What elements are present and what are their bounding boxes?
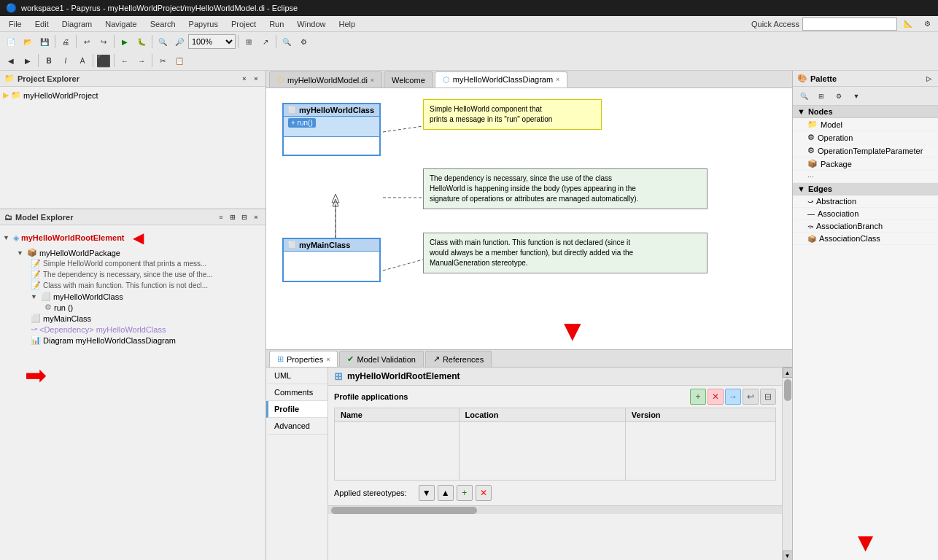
palette-misc-btn[interactable]: ▼ xyxy=(848,88,864,104)
new-btn[interactable]: 📄 xyxy=(3,34,19,50)
settings-btn[interactable]: ⚙ xyxy=(295,34,311,50)
model-item-mainclass[interactable]: ⬜ myMainClass xyxy=(3,313,263,324)
me-btn3[interactable]: ⊟ xyxy=(239,212,249,222)
menu-file[interactable]: File xyxy=(3,18,28,30)
save-btn[interactable]: 💾 xyxy=(36,34,53,50)
palette-item-package[interactable]: 📦 Package xyxy=(793,158,938,171)
fwd-btn[interactable]: ▶ xyxy=(20,52,36,69)
stereo-up-btn[interactable]: ▲ xyxy=(438,485,454,501)
tab-welcome[interactable]: Welcome xyxy=(384,71,433,88)
props-tab-comments[interactable]: Comments xyxy=(266,384,327,401)
run-btn[interactable]: ▶ xyxy=(117,34,133,50)
tab-validation[interactable]: ✔ Model Validation xyxy=(339,351,424,367)
palette-item-association[interactable]: — Association xyxy=(793,208,938,220)
v-scroll-up[interactable]: ▲ xyxy=(783,368,793,378)
back-btn[interactable]: ◀ xyxy=(3,52,19,69)
move-left-profile-btn[interactable]: ↩ xyxy=(743,389,759,405)
model-item-comment2[interactable]: 📝 The dependency is necessary, since the… xyxy=(3,269,263,280)
bold-btn[interactable]: B xyxy=(41,52,57,69)
print-btn[interactable]: 🖨 xyxy=(58,34,74,50)
menu-search[interactable]: Search xyxy=(144,18,182,30)
quick-access-input[interactable] xyxy=(802,18,897,31)
menu-run[interactable]: Run xyxy=(263,18,290,30)
palette-section-edges[interactable]: ▼ Edges xyxy=(793,183,938,195)
model-item-diagram[interactable]: 📊 Diagram myHelloWorldClassDiagram xyxy=(3,335,263,346)
props-close[interactable]: × xyxy=(326,356,330,363)
zoom-select[interactable]: 100% xyxy=(188,34,236,49)
perspective-btn2[interactable]: ⚙ xyxy=(919,16,935,32)
menu-papyrus[interactable]: Papyrus xyxy=(183,18,224,30)
model-item-comment3[interactable]: 📝 Class with main function. This functio… xyxy=(3,280,263,291)
model-item-root[interactable]: ▼ ◈ myHelloWorldRootElement ◀ xyxy=(3,228,263,247)
add-profile-btn[interactable]: + xyxy=(690,389,706,405)
palette-item-model[interactable]: 📁 Model xyxy=(793,118,938,131)
undo-btn[interactable]: ↩ xyxy=(79,34,95,50)
zoom-out-btn[interactable]: 🔍 xyxy=(155,34,171,50)
misc-btn1[interactable]: ✂ xyxy=(155,52,171,69)
tab-diagram[interactable]: ⬡ myHelloWorldClassDiagram × xyxy=(435,71,568,88)
props-v-scrollbar[interactable]: ▲ ▼ xyxy=(782,368,792,560)
redo-btn[interactable]: ↪ xyxy=(96,34,112,50)
nav-fwd-btn[interactable]: → xyxy=(133,52,150,69)
misc-btn2[interactable]: 📋 xyxy=(171,52,187,69)
palette-item-assoc-class[interactable]: 📦 AssociationClass xyxy=(793,233,938,245)
me-close-btn[interactable]: × xyxy=(251,212,261,222)
palette-section-nodes[interactable]: ▼ Nodes xyxy=(793,106,938,118)
palette-item-abstraction[interactable]: ⤻ Abstraction xyxy=(793,195,938,208)
font-btn[interactable]: A xyxy=(74,52,90,69)
menu-window[interactable]: Window xyxy=(291,18,331,30)
model-item-class1[interactable]: ▼ ⬜ myHelloWorldClass xyxy=(3,291,263,302)
color-btn[interactable]: ⬛ xyxy=(96,52,112,69)
stereo-down-btn[interactable]: ▼ xyxy=(419,485,435,501)
tab-model-di[interactable]: ⬡ myHelloWorldModel.di × xyxy=(269,71,382,88)
palette-item-more-nodes[interactable]: ··· xyxy=(793,171,938,183)
zoom-in-btn[interactable]: 🔎 xyxy=(171,34,187,50)
remove-profile-btn[interactable]: ✕ xyxy=(708,389,724,405)
pe-minimize-btn[interactable]: × xyxy=(239,74,249,84)
uml-class-main[interactable]: ⬜ myMainClass xyxy=(282,238,381,282)
stereo-remove-btn[interactable]: ✕ xyxy=(476,485,492,501)
diagram-area[interactable]: ⬜ myHelloWorldClass + run() ⬜ myMainClas… xyxy=(266,88,792,349)
search-btn[interactable]: 🔍 xyxy=(279,34,295,50)
nav-back-btn[interactable]: ← xyxy=(117,52,133,69)
tab-diagram-close[interactable]: × xyxy=(556,76,559,83)
palette-settings-btn[interactable]: ⚙ xyxy=(831,88,847,104)
props-tab-profile[interactable]: Profile xyxy=(266,401,327,418)
tree-item-project[interactable]: ▶ 📁 myHelloWorldProject xyxy=(3,90,263,101)
palette-search-btn[interactable]: 🔍 xyxy=(796,88,812,104)
menu-edit[interactable]: Edit xyxy=(29,18,55,30)
props-tab-uml[interactable]: UML xyxy=(266,368,327,384)
props-hscroll[interactable] xyxy=(328,505,782,514)
palette-item-operation[interactable]: ⚙ Operation xyxy=(793,131,938,144)
palette-item-op-template[interactable]: ⚙ OperationTemplateParameter xyxy=(793,144,938,158)
menu-diagram[interactable]: Diagram xyxy=(56,18,98,30)
menu-project[interactable]: Project xyxy=(225,18,262,30)
pe-close-btn[interactable]: × xyxy=(251,74,261,84)
move-right-profile-btn[interactable]: → xyxy=(725,389,741,405)
props-tab-advanced[interactable]: Advanced xyxy=(266,418,327,435)
italic-btn[interactable]: I xyxy=(58,52,74,69)
tab-references[interactable]: ↗ References xyxy=(425,351,492,367)
uml-class-hello[interactable]: ⬜ myHelloWorldClass + run() xyxy=(282,103,381,156)
menu-help[interactable]: Help xyxy=(333,18,361,30)
menu-navigate[interactable]: Navigate xyxy=(99,18,142,30)
me-btn1[interactable]: ≡ xyxy=(216,212,226,222)
tab-model-di-close[interactable]: × xyxy=(371,77,374,84)
model-item-package[interactable]: ▼ 📦 myHelloWorldPackage xyxy=(3,247,263,258)
perspective-btn1[interactable]: 📐 xyxy=(900,16,916,32)
export-btn[interactable]: ↗ xyxy=(257,34,274,50)
misc-profile-btn[interactable]: ⊟ xyxy=(760,389,776,405)
v-scroll-down[interactable]: ▼ xyxy=(783,551,793,560)
debug-btn[interactable]: 🐛 xyxy=(133,34,150,50)
stereo-add-btn[interactable]: + xyxy=(457,485,473,501)
palette-layout-btn[interactable]: ⊞ xyxy=(813,88,829,104)
tab-properties[interactable]: ⊞ Properties × xyxy=(269,351,338,367)
layout-btn[interactable]: ⊞ xyxy=(241,34,257,50)
me-btn2[interactable]: ⊞ xyxy=(228,212,238,222)
model-item-dependency[interactable]: ⤻ <Dependency> myHelloWorldClass xyxy=(3,324,263,335)
palette-item-assoc-branch[interactable]: ⤼ AssociationBranch xyxy=(793,220,938,233)
palette-expand-btn[interactable]: ▷ xyxy=(923,74,934,84)
model-item-comment1[interactable]: 📝 Simple HelloWorld component that print… xyxy=(3,258,263,269)
model-item-run[interactable]: ⚙ run () xyxy=(3,302,263,313)
open-btn[interactable]: 📂 xyxy=(20,34,36,50)
